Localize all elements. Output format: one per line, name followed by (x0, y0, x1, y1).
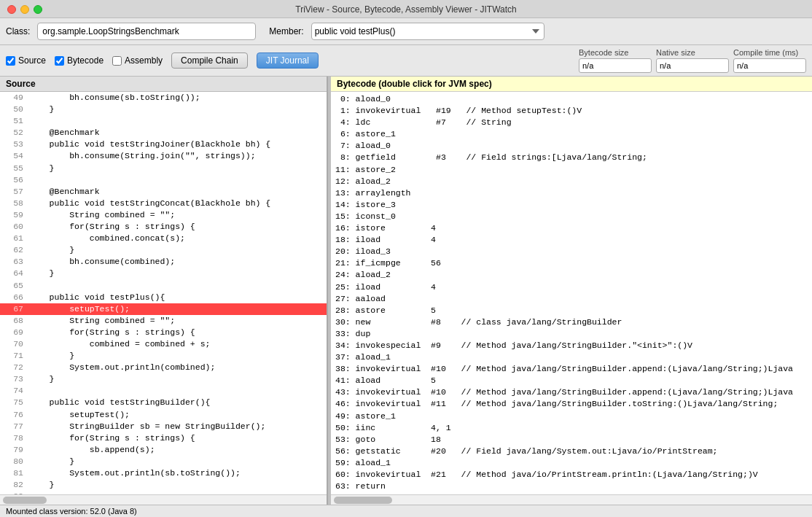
bytecode-line[interactable]: 1: invokevirtual #19 // Method setupTest… (334, 105, 809, 117)
bytecode-line[interactable]: 56: getstatic #20 // Field java/lang/Sys… (334, 446, 809, 457)
bytecode-line[interactable]: 21: if_icmpge 56 (334, 257, 809, 269)
source-line[interactable]: 61 combined.concat(s); (0, 233, 327, 244)
class-input[interactable] (37, 23, 256, 40)
source-line[interactable]: 65 (0, 280, 327, 292)
line-number: 82 (3, 479, 23, 491)
bytecode-line[interactable]: 25: iload 4 (334, 281, 809, 293)
bytecode-line[interactable]: 11: astore_2 (334, 164, 809, 176)
jit-journal-button[interactable]: JIT Journal (257, 53, 319, 69)
bytecode-line[interactable]: 15: iconst_0 (334, 211, 809, 222)
source-line[interactable]: 69 for(String s : strings) { (0, 327, 327, 338)
source-line[interactable]: 70 combined = combined + s; (0, 338, 327, 350)
source-line[interactable]: 54 bh.consume(String.join("", strings)); (0, 150, 327, 162)
bytecode-line[interactable]: 41: aload 5 (334, 375, 809, 386)
compile-chain-button[interactable]: Compile Chain (171, 53, 248, 69)
source-scrollbar[interactable] (0, 494, 327, 505)
line-number: 67 (3, 303, 23, 315)
bytecode-line[interactable]: 37: aload_1 (334, 351, 809, 363)
bytecode-checkbox[interactable] (55, 56, 64, 66)
source-scroll-thumb[interactable] (3, 497, 47, 504)
source-line[interactable]: 66 public void testPlus(){ (0, 292, 327, 303)
bytecode-line[interactable]: 59: aload_1 (334, 457, 809, 469)
assembly-checkbox-label[interactable]: Assembly (112, 55, 163, 66)
bytecode-line[interactable]: 8: getfield #3 // Field strings:[Ljava/l… (334, 152, 809, 163)
source-line[interactable]: 56 (0, 174, 327, 186)
bytecode-line[interactable]: 13: arraylength (334, 187, 809, 199)
source-line[interactable]: 57 @Benchmark (0, 186, 327, 198)
source-line[interactable]: 73 } (0, 373, 327, 385)
source-line[interactable]: 51 (0, 115, 327, 127)
minimize-button[interactable] (20, 5, 29, 14)
bytecode-line[interactable]: 24: aload_2 (334, 269, 809, 281)
bytecode-panel: Bytecode (double click for JVM spec) 0: … (331, 77, 812, 505)
bytecode-line[interactable]: 63: return (334, 481, 809, 492)
line-number: 53 (3, 139, 23, 150)
bytecode-line[interactable]: 20: iload_3 (334, 246, 809, 257)
source-line[interactable]: 79 sb.append(s); (0, 444, 327, 456)
source-line[interactable]: 71 } (0, 350, 327, 362)
line-number: 66 (3, 292, 23, 303)
source-line[interactable]: 82 } (0, 479, 327, 491)
bytecode-line[interactable]: 49: astore_1 (334, 411, 809, 422)
source-line[interactable]: 75 public void testStringBuilder(){ (0, 397, 327, 408)
line-number: 62 (3, 244, 23, 256)
source-line[interactable]: 58 public void testStringConcat(Blackhol… (0, 198, 327, 209)
line-content: } (29, 163, 55, 174)
bytecode-line[interactable]: 34: invokespecial #9 // Method java/lang… (334, 340, 809, 351)
bytecode-scroll-thumb[interactable] (334, 497, 392, 504)
source-line[interactable]: 53 public void testStringJoiner(Blackhol… (0, 139, 327, 150)
source-line[interactable]: 60 for(String s : strings) { (0, 221, 327, 233)
source-line[interactable]: 80 } (0, 456, 327, 467)
bytecode-line[interactable]: 50: iinc 4, 1 (334, 422, 809, 434)
source-line[interactable]: 78 for(String s : strings) { (0, 432, 327, 444)
bytecode-line[interactable]: 16: istore 4 (334, 222, 809, 234)
bytecode-line[interactable]: 43: invokevirtual #10 // Method java/lan… (334, 386, 809, 398)
source-checkbox-label[interactable]: Source (6, 55, 46, 66)
bytecode-line[interactable]: 28: astore 5 (334, 305, 809, 316)
bytecode-line[interactable]: 18: iload 4 (334, 234, 809, 246)
source-line[interactable]: 49 bh.consume(sb.toString()); (0, 92, 327, 104)
bytecode-line[interactable]: 0: aload_0 (334, 93, 809, 105)
bytecode-line[interactable]: 60: invokevirtual #21 // Method java/io/… (334, 469, 809, 481)
source-line[interactable]: 68 String combined = ""; (0, 315, 327, 327)
maximize-button[interactable] (34, 5, 42, 14)
bytecode-line[interactable]: 38: invokevirtual #10 // Method java/lan… (334, 363, 809, 375)
source-line[interactable]: 52 @Benchmark (0, 127, 327, 139)
bytecode-code-area[interactable]: 0: aload_0 1: invokevirtual #19 // Metho… (331, 92, 812, 494)
bytecode-line[interactable]: 7: aload_0 (334, 140, 809, 152)
source-line[interactable]: 76 setupTest(); (0, 409, 327, 421)
toolbar-class: Class: Member: public void testPlus() (0, 18, 812, 45)
source-line[interactable]: 81 System.out.println(sb.toString()); (0, 467, 327, 479)
source-checkbox[interactable] (6, 56, 15, 66)
bytecode-line[interactable]: 12: aload_2 (334, 176, 809, 187)
line-number: 79 (3, 444, 23, 456)
source-line[interactable]: 77 StringBuilder sb = new StringBuilder(… (0, 421, 327, 432)
source-line[interactable]: 74 (0, 385, 327, 397)
source-line[interactable]: 67 setupTest(); (0, 303, 327, 315)
bytecode-scrollbar[interactable] (331, 494, 812, 505)
source-line[interactable]: 72 System.out.println(combined); (0, 362, 327, 373)
bytecode-line[interactable]: 4: ldc #7 // String (334, 117, 809, 128)
bytecode-line[interactable]: 33: dup (334, 328, 809, 340)
source-line[interactable]: 55 } (0, 163, 327, 174)
bytecode-line[interactable]: 6: astore_1 (334, 128, 809, 140)
bytecode-checkbox-label[interactable]: Bytecode (55, 55, 104, 66)
line-number: 70 (3, 338, 23, 350)
bytecode-line[interactable]: 27: aaload (334, 293, 809, 305)
line-number: 78 (3, 432, 23, 444)
bytecode-line[interactable]: 53: goto 18 (334, 434, 809, 446)
source-line[interactable]: 64 } (0, 268, 327, 279)
source-line[interactable]: 50 } (0, 104, 327, 115)
source-line[interactable]: 63 bh.consume(combined); (0, 256, 327, 268)
bytecode-line[interactable]: 46: invokevirtual #11 // Method java/lan… (334, 398, 809, 410)
bytecode-line[interactable]: 14: istore_3 (334, 199, 809, 211)
source-line[interactable]: 62 } (0, 244, 327, 256)
line-content: public void testStringJoiner(Blackhole b… (29, 139, 270, 150)
toolbar-options: Source Bytecode Assembly Compile Chain J… (0, 45, 812, 77)
assembly-checkbox[interactable] (112, 56, 122, 66)
close-button[interactable] (7, 5, 16, 14)
source-line[interactable]: 59 String combined = ""; (0, 209, 327, 221)
member-select[interactable]: public void testPlus() (311, 23, 544, 40)
bytecode-line[interactable]: 30: new #8 // class java/lang/StringBuil… (334, 316, 809, 328)
source-code-area[interactable]: 49 bh.consume(sb.toString());50 }5152 @B… (0, 92, 327, 494)
